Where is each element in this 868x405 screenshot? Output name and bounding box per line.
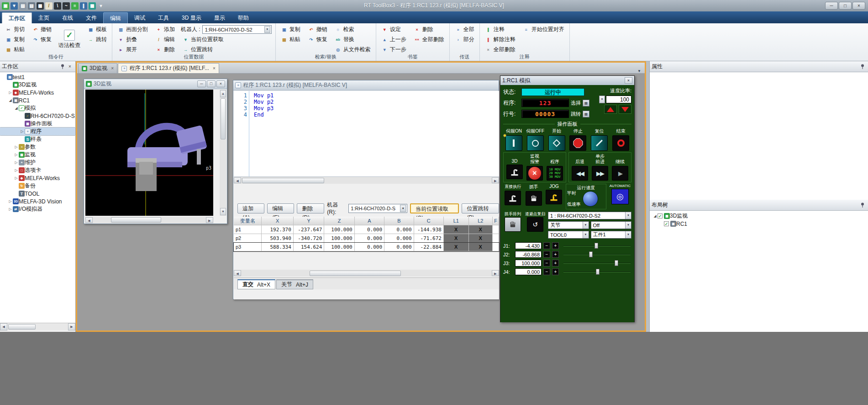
scroll-left-button[interactable]: ◀ xyxy=(234,270,241,276)
layout-tree-item-1[interactable]: ✓▣RC1 xyxy=(650,220,868,228)
collapse-icon[interactable]: ◢ xyxy=(652,214,658,218)
code-line[interactable]: Mov p3 xyxy=(254,105,274,112)
joint-slider[interactable] xyxy=(563,268,631,275)
close-button[interactable]: × xyxy=(625,77,632,84)
delete-button[interactable]: 删除(D) xyxy=(297,203,324,213)
redo-button[interactable]: ↷恢复 xyxy=(306,35,329,44)
servo-off-button[interactable] xyxy=(527,135,544,151)
hand-align-button[interactable] xyxy=(505,217,521,232)
tree-item-2[interactable]: ▷◆MELFA-Works xyxy=(0,89,75,96)
joint-plus-button[interactable]: + xyxy=(552,242,559,249)
cut-button[interactable]: ✂剪切 xyxy=(4,25,26,34)
ribbon-tab-2[interactable]: 在线 xyxy=(56,12,79,23)
slider-thumb[interactable] xyxy=(596,269,600,275)
tree-item-8[interactable]: S样条 xyxy=(0,135,75,143)
run-speed-button[interactable] xyxy=(583,191,598,207)
tree-item-9[interactable]: ▷≡参数 xyxy=(0,143,75,151)
pos_jump-button[interactable]: →位置跳转 xyxy=(181,45,272,54)
scroll-down-button[interactable]: ▼ xyxy=(220,208,226,215)
scroll-right-button[interactable]: ▶ xyxy=(492,177,499,183)
joint-plus-button[interactable]: + xyxy=(552,251,559,258)
hand-button[interactable] xyxy=(526,191,542,206)
joint-minus-button[interactable]: − xyxy=(543,242,550,249)
chevron-down-icon[interactable]: ▼ xyxy=(400,205,406,212)
del_all-button[interactable]: ×全部删除 xyxy=(484,45,517,54)
joint-minus-button[interactable]: − xyxy=(543,260,550,266)
get_pos-button[interactable]: ▼当前位置获取 xyxy=(181,35,272,44)
comment-button[interactable]: ∥注释 xyxy=(484,25,517,34)
edit-button[interactable]: 编辑(E) xyxy=(267,203,294,213)
column-view-icon[interactable]: ∥ xyxy=(80,2,87,10)
checkbox[interactable]: ✓ xyxy=(664,221,669,226)
collapse-icon[interactable]: ◢ xyxy=(8,98,13,102)
tree-item-4[interactable]: ◢✓模拟 xyxy=(0,104,75,112)
syntax-button[interactable]: ✓语法检查 xyxy=(58,25,81,54)
code-hscrollbar[interactable]: ◀ ▶ xyxy=(234,177,499,184)
right-splitter[interactable] xyxy=(646,61,649,332)
3d-hscrollbar[interactable]: ◀ ▶ xyxy=(85,217,213,223)
part-button[interactable]: ›部分 xyxy=(453,35,476,44)
minimize-button[interactable]: ─ xyxy=(825,2,838,10)
workspace-hscrollbar[interactable]: ◀ ▶ xyxy=(0,323,75,330)
copy-button[interactable]: ▣复制 xyxy=(279,25,302,34)
workpiece-combo[interactable]: 工件1▼ xyxy=(591,231,632,239)
automatic-button[interactable]: ◎ xyxy=(611,189,629,204)
robot-combo[interactable]: 1:RH-6CH7020-D-S ▼ xyxy=(348,204,407,213)
undo-button[interactable]: ↶撤销 xyxy=(31,25,53,34)
del-button[interactable]: ×删除 xyxy=(412,25,446,34)
layout-tree-item-0[interactable]: ◢✓▦3D监视 xyxy=(650,212,868,220)
ribbon-tab-3[interactable]: 文件 xyxy=(79,12,103,23)
redo-button[interactable]: ↷恢复 xyxy=(31,35,53,44)
slider-thumb[interactable] xyxy=(615,260,618,266)
table-row-p3[interactable]: p3588.334154.624100.0000.0000.000-22.884… xyxy=(234,243,499,251)
tree-item-6[interactable]: ▦操作面板 xyxy=(0,120,75,128)
servo-on-button[interactable] xyxy=(505,135,522,151)
scrollbar-thumb[interactable] xyxy=(111,217,161,223)
close-button[interactable]: × xyxy=(852,2,865,10)
retreat-return-button[interactable]: ↺ xyxy=(527,217,543,232)
expand-icon[interactable]: ▷ xyxy=(8,207,13,211)
scrollbar-thumb[interactable] xyxy=(221,98,226,139)
tree-item-14[interactable]: ↻备份 xyxy=(0,182,75,190)
code-line[interactable]: Mov p1 xyxy=(254,92,274,99)
split-button[interactable]: ▥画面分割 xyxy=(116,25,149,34)
checkbox[interactable]: ✓ xyxy=(658,213,663,218)
draw-curve-icon[interactable]: ~ xyxy=(63,2,70,10)
tab-joint[interactable]: 关节 Alt+J xyxy=(276,279,313,289)
scroll-left-button[interactable]: ◀ xyxy=(234,177,241,183)
program-select-button[interactable]: ▦ xyxy=(583,100,589,107)
align-button[interactable]: ≡开始位置对齐 xyxy=(521,25,566,34)
scroll-right-button[interactable]: ▶ xyxy=(68,323,75,330)
tree-item-5[interactable]: ⌐RH-6CH7020-D-S xyxy=(0,112,75,120)
speed-up-button[interactable] xyxy=(604,105,617,114)
joint-minus-button[interactable]: − xyxy=(543,251,550,258)
edit-pencil-icon[interactable]: / xyxy=(45,2,53,10)
set-button[interactable]: ▼设定 xyxy=(380,25,408,34)
step-forward-button[interactable]: ▶▶ xyxy=(592,166,608,181)
slider-thumb[interactable] xyxy=(594,243,598,249)
expand-icon[interactable]: ▷ xyxy=(14,160,19,165)
scroll-up-button[interactable]: ▲ xyxy=(220,90,226,97)
scroll-left-button[interactable]: ◀ xyxy=(85,217,93,223)
joint-plus-button[interactable]: + xyxy=(552,268,559,275)
chevron-down-icon[interactable]: ▼ xyxy=(264,26,270,33)
del_all-button[interactable]: ××全部删除 xyxy=(412,35,446,44)
tree-item-3[interactable]: ◢▣RC1 xyxy=(0,96,75,104)
jog-mode-combo[interactable]: 关节▼ xyxy=(548,221,589,229)
joint-slider[interactable] xyxy=(563,251,631,258)
code-editor[interactable]: 1234 Mov p1Mov p2Mov p3End xyxy=(234,91,499,177)
expand-icon[interactable]: ▷ xyxy=(20,129,25,133)
monitor-3d-button[interactable] xyxy=(506,165,523,179)
ribbon-tab-7[interactable]: 3D 显示 xyxy=(175,12,208,23)
read-current-position-button[interactable]: 当前位置读取(G) xyxy=(410,203,459,213)
expand-icon[interactable]: ▷ xyxy=(14,176,19,180)
edit-button[interactable]: /编辑 xyxy=(154,35,176,44)
collapse-icon[interactable]: ◢ xyxy=(14,106,19,110)
print-icon[interactable]: ▤ xyxy=(19,2,26,10)
undo-button[interactable]: ↶撤销 xyxy=(306,25,329,34)
doc-tabs-menu-icon[interactable]: ▼ xyxy=(636,69,643,73)
screenshot-icon[interactable]: ▦ xyxy=(37,2,44,10)
scrollbar-thumb[interactable] xyxy=(242,178,324,183)
scroll-right-button[interactable]: ▶ xyxy=(206,217,213,223)
tree-item-13[interactable]: ▷◆MELFA-Works xyxy=(0,174,75,182)
